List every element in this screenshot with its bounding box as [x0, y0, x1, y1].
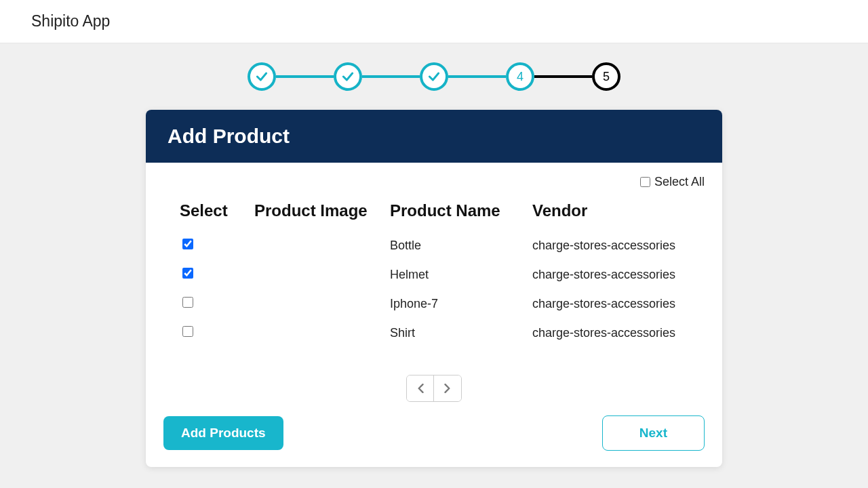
next-button[interactable]: Next	[602, 415, 705, 451]
row-name: Bottle	[390, 239, 532, 253]
step-connector	[534, 75, 592, 78]
app-title: Shipito App	[31, 12, 837, 30]
table-row: Helmetcharge-stores-accessories	[180, 260, 688, 289]
topbar: Shipito App	[0, 0, 868, 43]
step-connector	[362, 75, 420, 78]
row-vendor: charge-stores-accessories	[532, 326, 688, 340]
table-row: Bottlecharge-stores-accessories	[180, 231, 688, 260]
row-checkbox[interactable]	[182, 268, 193, 279]
row-checkbox[interactable]	[182, 239, 193, 249]
add-products-button[interactable]: Add Products	[163, 416, 283, 450]
content: 45 Add Product Select All Select Product…	[0, 43, 868, 467]
pager-next-button[interactable]	[434, 375, 461, 401]
step-5[interactable]: 5	[592, 62, 620, 91]
card: Add Product Select All Select Product Im…	[146, 110, 722, 467]
row-checkbox[interactable]	[182, 297, 193, 308]
row-vendor: charge-stores-accessories	[532, 239, 688, 253]
step-connector	[276, 75, 334, 78]
check-icon	[427, 70, 441, 83]
row-name: Iphone-7	[390, 297, 532, 311]
pager-prev-button[interactable]	[407, 375, 434, 401]
card-body: Select All Select Product Image Product …	[146, 163, 722, 467]
select-all-row: Select All	[163, 175, 705, 189]
select-all-checkbox[interactable]	[640, 177, 650, 187]
check-icon	[341, 70, 355, 83]
pager	[163, 375, 705, 402]
col-vendor: Vendor	[532, 201, 688, 220]
step-4[interactable]: 4	[506, 62, 534, 91]
product-table: Select Product Image Product Name Vendor…	[163, 196, 705, 348]
step-3[interactable]	[420, 62, 448, 91]
card-title: Add Product	[146, 110, 722, 163]
check-icon	[255, 70, 269, 83]
col-select: Select	[180, 201, 254, 220]
step-connector	[448, 75, 506, 78]
row-vendor: charge-stores-accessories	[532, 297, 688, 311]
col-name: Product Name	[390, 201, 532, 220]
step-1[interactable]	[248, 62, 276, 91]
table-row: Iphone-7charge-stores-accessories	[180, 289, 688, 319]
card-footer: Add Products Next	[163, 415, 705, 451]
select-all-label: Select All	[654, 175, 705, 189]
table-header: Select Product Image Product Name Vendor	[180, 196, 688, 231]
row-name: Shirt	[390, 326, 532, 340]
row-checkbox[interactable]	[182, 326, 193, 337]
row-vendor: charge-stores-accessories	[532, 268, 688, 282]
chevron-left-icon	[417, 384, 424, 393]
pager-box	[406, 375, 462, 402]
row-name: Helmet	[390, 268, 532, 282]
stepper: 45	[248, 62, 620, 91]
step-2[interactable]	[334, 62, 362, 91]
col-image: Product Image	[254, 201, 390, 220]
table-row: Shirtcharge-stores-accessories	[180, 319, 688, 348]
chevron-right-icon	[444, 384, 451, 393]
